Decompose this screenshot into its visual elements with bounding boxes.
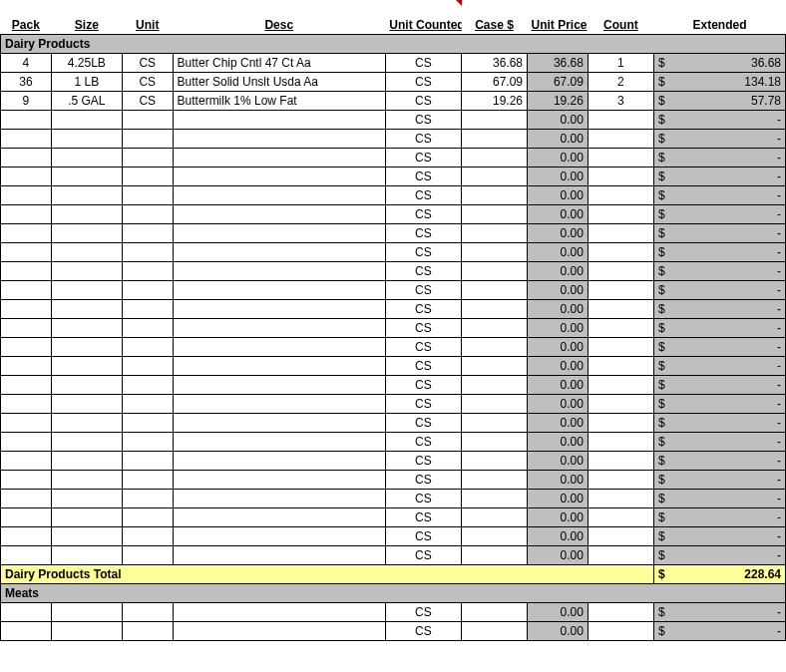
unit-cell[interactable] [122,280,173,299]
uc-cell[interactable]: CS [385,413,461,432]
unit-cell[interactable] [122,375,173,394]
unit-cell[interactable] [122,432,173,451]
count-cell[interactable] [588,489,653,507]
uc-cell[interactable]: CS [385,432,461,451]
price-cell[interactable]: 0.00 [528,204,589,223]
desc-cell[interactable] [173,110,385,129]
unit-cell[interactable] [122,167,173,185]
extended-cell[interactable]: $- [653,318,785,337]
desc-cell[interactable] [173,318,385,337]
price-cell[interactable]: 0.00 [528,432,589,451]
pack-cell[interactable] [1,129,52,148]
case-cell[interactable] [462,356,528,375]
case-cell[interactable]: 36.68 [462,53,528,72]
price-cell[interactable]: 0.00 [528,356,589,375]
unit-cell[interactable] [122,129,173,148]
extended-cell[interactable]: $- [653,110,785,129]
case-cell[interactable] [462,148,528,167]
count-cell[interactable] [588,261,653,280]
desc-cell[interactable] [173,375,385,394]
case-cell[interactable] [462,318,528,337]
uc-cell[interactable]: CS [385,299,461,318]
count-cell[interactable] [588,394,653,413]
uc-cell[interactable]: CS [385,526,461,545]
size-cell[interactable] [51,526,122,545]
header-pack[interactable]: Pack [1,0,52,34]
pack-cell[interactable] [1,394,52,413]
desc-cell[interactable] [173,602,385,621]
case-cell[interactable] [462,489,528,507]
pack-cell[interactable]: 36 [1,72,52,91]
price-cell[interactable]: 0.00 [528,185,589,204]
uc-cell[interactable]: CS [385,318,461,337]
size-cell[interactable] [51,185,122,204]
size-cell[interactable] [51,299,122,318]
unit-cell[interactable] [122,602,173,621]
count-cell[interactable] [588,451,653,470]
uc-cell[interactable]: CS [385,223,461,242]
extended-cell[interactable]: $- [653,242,785,261]
desc-cell[interactable] [173,432,385,451]
uc-cell[interactable]: CS [385,394,461,413]
size-cell[interactable] [51,167,122,185]
case-cell[interactable] [462,129,528,148]
count-cell[interactable] [588,413,653,432]
total-extended[interactable]: $228.64 [653,564,785,583]
case-cell[interactable] [462,507,528,526]
pack-cell[interactable] [1,602,52,621]
pack-cell[interactable] [1,223,52,242]
pack-cell[interactable] [1,280,52,299]
extended-cell[interactable]: $- [653,148,785,167]
unit-cell[interactable] [122,507,173,526]
unit-cell[interactable] [122,545,173,564]
price-cell[interactable]: 0.00 [528,167,589,185]
desc-cell[interactable] [173,507,385,526]
count-cell[interactable] [588,356,653,375]
count-cell[interactable] [588,375,653,394]
desc-cell[interactable] [173,526,385,545]
size-cell[interactable] [51,413,122,432]
price-cell[interactable]: 0.00 [528,451,589,470]
count-cell[interactable] [588,318,653,337]
uc-cell[interactable]: CS [385,451,461,470]
desc-cell[interactable] [173,337,385,356]
case-cell[interactable] [462,280,528,299]
pack-cell[interactable] [1,489,52,507]
case-cell[interactable]: 67.09 [462,72,528,91]
size-cell[interactable]: .5 GAL [51,91,122,110]
unit-cell[interactable]: CS [122,53,173,72]
count-cell[interactable] [588,242,653,261]
unit-cell[interactable] [122,489,173,507]
unit-cell[interactable] [122,413,173,432]
count-cell[interactable]: 1 [588,53,653,72]
case-cell[interactable] [462,621,528,640]
case-cell[interactable]: 19.26 [462,91,528,110]
uc-cell[interactable]: CS [385,545,461,564]
unit-cell[interactable] [122,318,173,337]
extended-cell[interactable]: $- [653,299,785,318]
unit-cell[interactable] [122,451,173,470]
size-cell[interactable] [51,432,122,451]
size-cell[interactable] [51,280,122,299]
header-desc[interactable]: Desc [173,0,385,34]
extended-cell[interactable]: $- [653,129,785,148]
unit-cell[interactable]: CS [122,91,173,110]
price-cell[interactable]: 36.68 [528,53,589,72]
desc-cell[interactable] [173,489,385,507]
extended-cell[interactable]: $- [653,526,785,545]
desc-cell[interactable] [173,470,385,489]
size-cell[interactable] [51,318,122,337]
extended-cell[interactable]: $- [653,185,785,204]
unit-cell[interactable] [122,337,173,356]
count-cell[interactable] [588,280,653,299]
desc-cell[interactable] [173,185,385,204]
uc-cell[interactable]: CS [385,148,461,167]
extended-cell[interactable]: $- [653,167,785,185]
pack-cell[interactable] [1,432,52,451]
count-cell[interactable] [588,129,653,148]
desc-cell[interactable] [173,545,385,564]
price-cell[interactable]: 0.00 [528,110,589,129]
total-label[interactable]: Dairy Products Total [1,564,654,583]
size-cell[interactable]: 1 LB [51,72,122,91]
uc-cell[interactable]: CS [385,261,461,280]
